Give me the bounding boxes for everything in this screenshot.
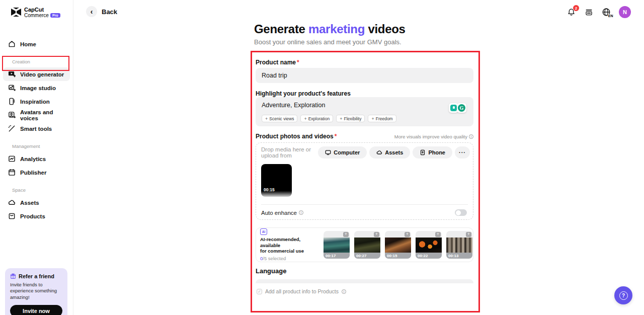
help-button[interactable]: ? [614, 286, 632, 304]
pro-badge: Pro [50, 13, 60, 18]
ai-thumbnail-5[interactable]: +00:13 [446, 231, 472, 259]
add-icon[interactable]: + [405, 232, 410, 237]
video-duration: 00:15 [385, 253, 411, 259]
button-label: Assets [385, 149, 403, 155]
sidebar-item-inspiration[interactable]: Inspiration [3, 95, 70, 108]
back-label: Back [102, 8, 117, 16]
button-label: Phone [428, 149, 445, 155]
video-duration: 00:15 [264, 187, 275, 192]
sidebar: CapCut Commerce Pro Home Creation Video … [0, 0, 73, 315]
brand-name-bottom: Commerce [24, 13, 49, 19]
avatars-icon [8, 111, 16, 119]
notifications-button[interactable]: 2 [566, 7, 576, 17]
chip-label: Flexibility [344, 116, 361, 121]
cloud-icon [8, 199, 16, 206]
feature-suggestion-chips: +Scenic views +Exploration +Flexibility … [262, 115, 396, 122]
uploaded-video-thumbnail[interactable]: 00:15 [261, 164, 292, 197]
sidebar-item-label: Products [20, 213, 45, 219]
sidebar-item-products[interactable]: Products [3, 209, 70, 223]
add-icon[interactable]: + [343, 232, 349, 237]
ai-title-line1: AI-recommended, available [260, 237, 319, 249]
brand-logo[interactable]: CapCut Commerce Pro [0, 0, 73, 18]
plus-icon: + [304, 116, 306, 121]
add-icon[interactable]: + [435, 232, 441, 237]
chip-flexibility[interactable]: +Flexibility [336, 115, 365, 122]
page-title: Generate marketing videos [254, 22, 406, 36]
upload-computer-button[interactable]: Computer [318, 146, 367, 159]
sidebar-item-avatars-and-voices[interactable]: Avatars and voices [3, 108, 70, 122]
hint-text: More visuals improve video quality [394, 134, 467, 139]
question-mark-icon: ? [619, 291, 628, 300]
form-footer: ✓ Add all product info to Products i Gen… [252, 283, 479, 312]
upload-dropzone[interactable]: Drop media here or upload from Computer … [256, 142, 473, 220]
ai-thumbnail-4[interactable]: +00:22 [416, 231, 442, 259]
features-textarea[interactable]: Adventure, Exploration G +Scenic views +… [256, 97, 473, 126]
ai-thumbnail-2[interactable]: +00:27 [354, 231, 380, 259]
sidebar-item-label: Smart tools [20, 126, 52, 132]
chip-label: Freedom [376, 116, 393, 121]
sidebar-item-label: Publisher [20, 170, 46, 176]
card-stack-icon [585, 8, 593, 17]
label-text: Product name [256, 59, 296, 66]
sidebar-item-image-studio[interactable]: Image studio [3, 81, 70, 95]
sidebar-item-label: Image studio [20, 85, 56, 91]
sidebar-item-publisher[interactable]: Publisher [3, 166, 70, 179]
language-button[interactable]: EN [601, 7, 611, 17]
sidebar-item-label: Assets [20, 200, 39, 206]
drop-hint: Drop media here or upload from [261, 146, 318, 159]
ai-recommended-info: AI AI-recommended, available for commerc… [260, 228, 319, 262]
sidebar-item-analytics[interactable]: Analytics [3, 152, 70, 166]
video-duration: 00:17 [324, 253, 350, 259]
checkbox-checked[interactable]: ✓ [257, 289, 262, 294]
upload-phone-button[interactable]: Phone [413, 146, 452, 159]
topbar-actions: 2 EN N [566, 6, 631, 18]
label-text: Auto enhance [261, 210, 297, 216]
add-icon[interactable]: + [466, 232, 471, 237]
computer-icon [325, 149, 331, 155]
info-icon[interactable]: i [469, 134, 473, 139]
features-label: Highlight your product's features [256, 90, 351, 97]
back-button[interactable]: ‹ Back [86, 6, 117, 17]
info-icon[interactable]: i [342, 289, 346, 294]
gift-icon [10, 273, 16, 279]
checkbox-label: Add all product info to Products [265, 288, 339, 294]
info-icon[interactable]: i [299, 210, 303, 215]
sidebar-item-assets[interactable]: Assets [3, 196, 70, 209]
sidebar-item-label: Inspiration [20, 99, 50, 105]
add-icon[interactable]: + [374, 232, 379, 237]
add-product-info-checkbox-row[interactable]: ✓ Add all product info to Products i [252, 283, 479, 294]
chip-scenic-views[interactable]: +Scenic views [262, 115, 297, 122]
chip-label: Exploration [308, 116, 330, 121]
billing-button[interactable] [584, 7, 594, 17]
publisher-icon [8, 169, 16, 176]
avatar[interactable]: N [619, 6, 631, 18]
ai-thumbnail-3[interactable]: +00:15 [385, 231, 411, 259]
refer-a-friend-card: Refer a friend Invite friends to experie… [5, 268, 67, 315]
product-name-input[interactable]: Road trip [256, 68, 473, 83]
phone-icon [420, 149, 426, 155]
media-label-row: Product photos and videos* More visuals … [256, 133, 473, 140]
chip-exploration[interactable]: +Exploration [300, 115, 333, 122]
sidebar-item-smart-tools[interactable]: Smart tools [3, 122, 70, 135]
upload-assets-button[interactable]: Assets [369, 146, 410, 159]
chip-freedom[interactable]: +Freedom [368, 115, 396, 122]
video-duration: 00:27 [354, 253, 380, 259]
ai-thumbnail-1[interactable]: +00:17 [324, 231, 350, 259]
upload-more-button[interactable]: ··· [455, 146, 470, 159]
app-window: CapCut Commerce Pro Home Creation Video … [0, 0, 644, 315]
sidebar-section-management: Management [0, 135, 73, 152]
sidebar-item-home[interactable]: Home [3, 37, 70, 51]
g-letter: G [458, 104, 465, 112]
count-suffix: /5 selected [263, 256, 286, 261]
plus-icon: + [371, 116, 374, 121]
grammarly-icon[interactable]: G [457, 103, 466, 113]
auto-enhance-toggle[interactable] [455, 209, 467, 216]
invite-now-button[interactable]: Invite now [10, 305, 62, 315]
plus-icon: + [340, 116, 342, 121]
sidebar-item-label: Avatars and voices [20, 109, 65, 121]
ai-icon: AI [260, 228, 267, 235]
language-select[interactable] [256, 279, 473, 283]
products-icon [8, 212, 16, 220]
sidebar-item-video-generator[interactable]: Video generator [3, 67, 70, 81]
image-studio-icon [8, 84, 16, 92]
